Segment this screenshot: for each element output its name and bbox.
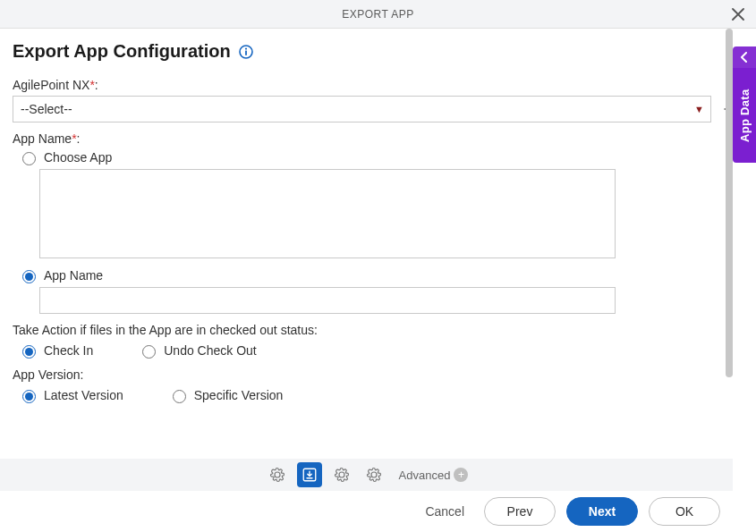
prev-button[interactable]: Prev — [484, 497, 556, 526]
modal-title: EXPORT APP — [342, 8, 414, 21]
page-title-row: Export App Configuration — [0, 29, 756, 69]
close-icon — [732, 8, 744, 21]
app-version-label: App Version: — [13, 367, 743, 382]
step-export-icon[interactable] — [297, 462, 322, 487]
next-button[interactable]: Next — [566, 497, 638, 526]
choose-app-listbox[interactable] — [39, 169, 616, 258]
svg-point-1 — [245, 47, 247, 49]
content-area: AgilePoint NX*: --Select-- ▼ App Name*: … — [0, 69, 756, 480]
app-name-radio[interactable] — [22, 270, 36, 283]
appname-label: App Name*: — [13, 131, 743, 146]
ok-button[interactable]: OK — [649, 497, 720, 526]
chevron-left-icon — [733, 46, 756, 68]
agilepoint-select-wrap: --Select-- ▼ — [13, 96, 711, 122]
step-settings-icon[interactable] — [265, 462, 290, 487]
scrollbar[interactable] — [726, 29, 733, 377]
gear-icon — [366, 467, 382, 483]
page-title: Export App Configuration — [13, 41, 231, 62]
latest-version-label[interactable]: Latest Version — [44, 388, 123, 402]
agilepoint-label: AgilePoint NX*: — [13, 78, 743, 92]
choose-app-radio[interactable] — [22, 152, 36, 165]
take-action-label: Take Action if files in the App are in c… — [13, 323, 743, 337]
plus-circle-icon: + — [454, 468, 468, 482]
choose-app-label[interactable]: Choose App — [44, 150, 112, 165]
step-toolbar: Advanced + — [0, 459, 733, 491]
undo-check-out-label[interactable]: Undo Check Out — [164, 343, 257, 358]
footer: Cancel Prev Next OK — [0, 491, 733, 532]
step-config-icon[interactable] — [329, 462, 354, 487]
gear-icon — [269, 467, 285, 483]
close-button[interactable] — [727, 4, 749, 25]
app-data-side-tab[interactable]: App Data — [733, 46, 756, 163]
advanced-link[interactable]: Advanced + — [399, 468, 469, 482]
latest-version-radio[interactable] — [22, 390, 36, 403]
advanced-label: Advanced — [399, 469, 451, 482]
app-name-input[interactable] — [39, 287, 616, 314]
download-icon — [302, 467, 318, 483]
cancel-button[interactable]: Cancel — [416, 499, 473, 524]
undo-check-out-radio[interactable] — [142, 345, 156, 359]
side-tab-label: App Data — [738, 68, 752, 163]
gear-icon — [334, 467, 350, 483]
specific-version-label[interactable]: Specific Version — [194, 388, 284, 402]
check-in-radio[interactable] — [22, 345, 36, 359]
specific-version-radio[interactable] — [173, 390, 186, 403]
step-advanced-icon[interactable] — [361, 462, 386, 487]
scroll-thumb[interactable] — [726, 29, 733, 377]
app-name-label[interactable]: App Name — [44, 268, 103, 283]
check-in-label[interactable]: Check In — [44, 343, 93, 358]
svg-rect-2 — [245, 50, 247, 55]
info-icon[interactable] — [238, 44, 254, 60]
modal-header: EXPORT APP — [0, 0, 756, 29]
agilepoint-select[interactable]: --Select-- — [13, 96, 711, 122]
